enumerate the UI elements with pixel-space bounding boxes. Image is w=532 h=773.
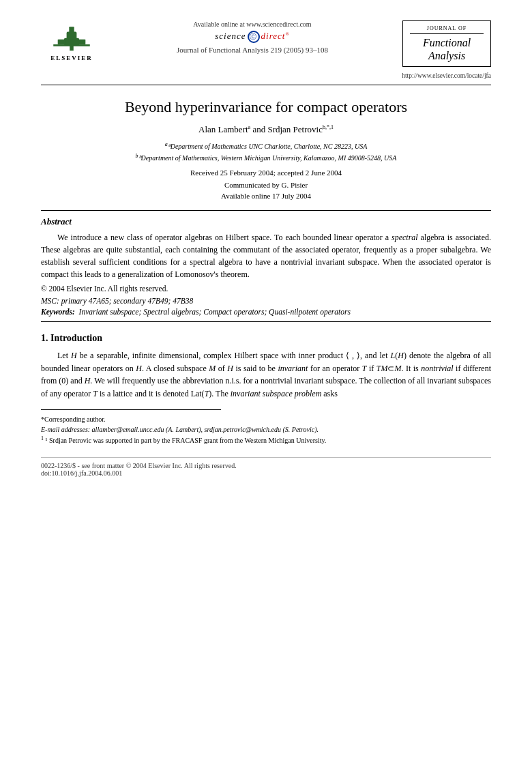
journal-name-center: Journal of Functional Analysis 219 (2005… [109,46,396,54]
doi-line: doi:10.1016/j.jfa.2004.06.001 [41,469,491,477]
page: ELSEVIER Available online at www.science… [0,0,532,773]
footnote-email: E-mail addresses: allamber@email.uncc.ed… [41,424,491,435]
footnote-1: 1 ¹ Srdjan Petrovic was supported in par… [41,435,491,446]
copyright: © 2004 Elsevier Inc. All rights reserved… [41,285,491,293]
header-center: Available online at www.sciencedirect.co… [102,20,402,54]
footnote-corresponding: *Corresponding author. [41,414,491,424]
abstract-top-divider [41,210,491,211]
abstract-section: Abstract We introduce a new class of ope… [41,216,491,316]
keywords: Keywords: Invariant subspace; Spectral a… [41,308,491,316]
header: ELSEVIER Available online at www.science… [41,20,491,67]
journal-box: JOURNAL OF FunctionalAnalysis [402,20,491,67]
introduction-para1: Let H be a separable, infinite dimension… [41,349,491,400]
keywords-values: Invariant subspace; Spectral algebras; C… [79,308,351,316]
elsevier-logo: ELSEVIER [41,20,102,61]
received-date: Received 25 February 2004; accepted 2 Ju… [41,169,491,177]
header-divider [41,85,491,85]
journal-box-title: FunctionalAnalysis [410,36,484,62]
introduction-heading: 1. Introduction [41,333,491,344]
affiliations: aᵃDepartment of Mathematics UNC Charlott… [41,141,491,163]
authors: Alan Lamberta and Srdjan Petrovicb,*,1 [41,124,491,135]
bottom-bar: 0022-1236/$ - see front matter © 2004 El… [41,457,491,477]
footnotes: *Corresponding author. E-mail addresses:… [41,414,491,446]
affiliation-b: bᵇDepartment of Mathematics, Western Mic… [41,152,491,163]
abstract-body: We introduce a new class of operator alg… [41,231,491,280]
abstract-bottom-divider [41,321,491,322]
msc: MSC: primary 47A65; secondary 47B49; 47B… [41,297,491,305]
svg-rect-6 [53,44,90,46]
keywords-label: Keywords: [41,308,75,316]
journal-box-top-label: JOURNAL OF [410,25,484,34]
issn-line: 0022-1236/$ - see front matter © 2004 El… [41,462,491,469]
elsevier-text-label: ELSEVIER [50,55,93,61]
communicated-by: Communicated by G. Pisier [41,179,491,191]
footnote-divider [41,409,221,410]
elsevier-tree-icon [51,20,92,53]
svg-rect-5 [78,40,85,44]
affiliation-a: aᵃDepartment of Mathematics UNC Charlott… [41,141,491,151]
svg-rect-4 [58,40,65,44]
article-title: Beyond hyperinvariance for compact opera… [41,98,491,117]
available-online-article: Available online 17 July 2004 [41,190,491,202]
url-line: http://www.elsevier.com/locate/jfa [41,72,491,79]
available-online-text: Available online at www.sciencedirect.co… [109,20,396,28]
communicated: Communicated by G. Pisier Available onli… [41,179,491,202]
sciencedirect-logo: scienceⒸdirect® [109,31,396,43]
introduction-section: 1. Introduction Let H be a separable, in… [41,333,491,400]
abstract-label: Abstract [41,216,491,227]
svg-rect-3 [69,27,74,33]
